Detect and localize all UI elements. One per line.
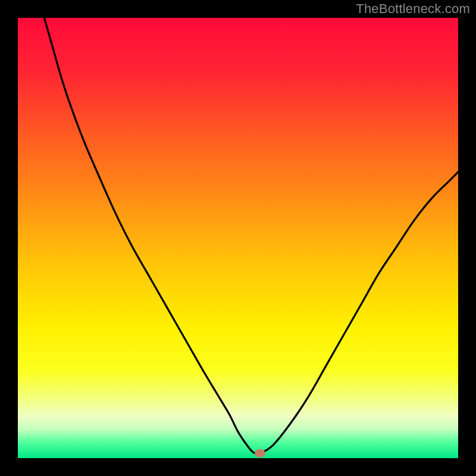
watermark-text: TheBottleneck.com bbox=[356, 1, 470, 17]
optimum-marker bbox=[255, 449, 265, 458]
bottleneck-chart bbox=[0, 0, 476, 476]
plot-background bbox=[18, 18, 458, 458]
chart-frame: { "watermark": "TheBottleneck.com", "col… bbox=[0, 0, 476, 476]
